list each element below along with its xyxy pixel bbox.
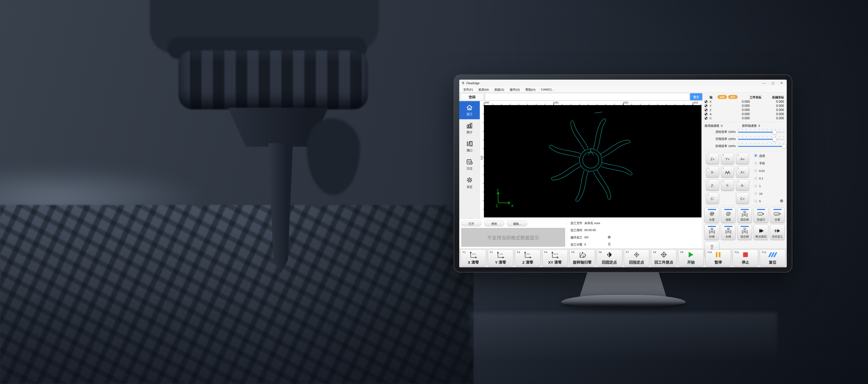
- f8-workpiece-origin-button[interactable]: F8 回工件原点: [651, 250, 677, 266]
- origin-icon: [705, 117, 710, 120]
- remove-file-button[interactable]: 移除: [484, 221, 504, 226]
- machine-value: 0.000: [750, 117, 785, 120]
- close-button[interactable]: ✕: [780, 81, 783, 85]
- sidebar-item-statistics[interactable]: 统计: [459, 119, 480, 137]
- rotary-zero-icon: A=0: [570, 251, 595, 258]
- cycle-settings-gear-icon[interactable]: [608, 235, 611, 239]
- f6-fixed-point-button[interactable]: F6 回固定点: [597, 250, 622, 266]
- work-value: 0.000: [715, 108, 750, 112]
- jog-a-minus[interactable]: 3A-: [736, 180, 749, 191]
- coord-row-y: Y 0.000 0.000: [705, 104, 785, 108]
- monitor-reflection: [469, 313, 777, 380]
- valve-icon: H: [741, 211, 748, 217]
- count-label: 加工计数: [570, 242, 582, 247]
- machine-value: 0.000: [750, 113, 785, 116]
- svg-text:XY=0: XY=0: [554, 253, 558, 255]
- slider-thumb[interactable]: [773, 130, 777, 134]
- breakpoint-resume-button[interactable]: 断点续切: [753, 225, 768, 240]
- f4-xy-zero-button[interactable]: F4 XY=0 XY 清零: [542, 250, 568, 266]
- water-pump-button[interactable]: 水泵: [705, 207, 719, 223]
- axis-letter: X: [710, 100, 715, 103]
- mode-step-0-1[interactable]: 0.1: [754, 176, 785, 181]
- water-valve-button[interactable]: W 水阀: [721, 225, 736, 240]
- high-pressure-valve-button[interactable]: H 高压阀: [737, 207, 752, 223]
- cad-canvas[interactable]: 200 201 202 203 210: [480, 101, 702, 219]
- drawing-viewport[interactable]: Y Z X: [484, 105, 702, 217]
- mode-step-10[interactable]: 10: [754, 191, 785, 196]
- menu-help[interactable]: 帮助(H): [523, 87, 538, 92]
- jog-y-minus[interactable]: 2Y-: [721, 180, 734, 191]
- jog-x-minus[interactable]: 4X-: [706, 166, 719, 178]
- axis-label-z: Z: [496, 204, 498, 208]
- jog-home[interactable]: 5: [721, 166, 734, 178]
- coord-row-x: X 0.000 0.000: [705, 100, 785, 104]
- jog-c-minus[interactable]: 0C-: [706, 193, 719, 204]
- jog-z-plus[interactable]: 7Z+: [706, 153, 719, 164]
- f12-reset-button[interactable]: F12 复位: [760, 250, 785, 266]
- jog-c-plus[interactable]: ·C+: [736, 193, 749, 204]
- menu-operation[interactable]: 操作(O): [507, 87, 523, 92]
- cycle-label: 循环加工: [570, 235, 582, 239]
- dry-run-button[interactable]: TL 空运行: [753, 207, 768, 223]
- f5-rotary-zero-button[interactable]: F5 A=0 旋转轴归零: [569, 250, 595, 266]
- jog-x-plus[interactable]: 6X+: [736, 166, 749, 178]
- sidebar-item-settings[interactable]: 设定: [459, 174, 480, 192]
- sidebar: 加工 统计 端口: [459, 101, 480, 219]
- low-pressure-valve-button[interactable]: L 低压阀: [737, 225, 752, 240]
- origin-axis-marker: Y Z X: [494, 189, 518, 209]
- radio-icon: [754, 162, 757, 165]
- edit-file-button[interactable]: 编辑...: [507, 221, 527, 226]
- sidebar-item-machining[interactable]: 加工: [459, 101, 480, 119]
- crosshair-icon: [651, 251, 676, 258]
- rotary-speed-value: 0: [758, 124, 760, 127]
- simulation-button[interactable]: SIM 仿真: [770, 207, 785, 223]
- maximize-button[interactable]: ▢: [772, 81, 774, 85]
- sidebar-item-ports[interactable]: 端口: [459, 137, 480, 156]
- nearby-machining-icon: [774, 228, 780, 234]
- abrasive-override-slider[interactable]: [738, 143, 785, 149]
- abrasive-valve-button[interactable]: A 砂阀: [705, 225, 719, 240]
- menu-file[interactable]: 文件(F): [460, 87, 476, 92]
- nearby-machining-button[interactable]: 邻近加工: [770, 225, 785, 240]
- f2-y-zero-button[interactable]: F2 Y=0 Y 清零: [488, 250, 513, 266]
- step-settings-gear-icon[interactable]: [780, 199, 783, 203]
- sidebar-item-log[interactable]: 日志: [459, 156, 480, 174]
- menu-cam[interactable]: CAM(C)...: [538, 88, 557, 91]
- slider-thumb[interactable]: [782, 144, 786, 149]
- f1-x-zero-button[interactable]: F1 X=0 X 清零: [461, 250, 486, 266]
- stop-icon: [733, 251, 758, 258]
- feed-override-slider[interactable]: [738, 129, 785, 134]
- menu-advanced[interactable]: 高级(S): [492, 87, 507, 92]
- dry-run-icon: TL: [757, 211, 765, 217]
- jog-z-minus[interactable]: 1Z-: [706, 180, 719, 191]
- ruler-horizontal: 200 201 202 203: [484, 101, 702, 105]
- menubar: 文件(F) 机床(M) 高级(S) 操作(O) 帮助(H) CAM(C)...: [459, 86, 787, 92]
- menu-machine[interactable]: 机床(M): [476, 87, 492, 92]
- axis-zero-icon: XY=0: [542, 251, 567, 258]
- mode-handwheel[interactable]: 手轮: [754, 161, 785, 165]
- mode-continuous[interactable]: 连续: [754, 153, 785, 158]
- svg-text:SIM: SIM: [775, 213, 778, 215]
- f3-z-zero-button[interactable]: F3 Z=0 Z 清零: [515, 250, 540, 266]
- titlebar: FlowEdge — ▢ ✕: [459, 79, 787, 86]
- count-reset-icon[interactable]: [608, 243, 611, 246]
- pinwheel-part-outline: [539, 109, 642, 211]
- f9-start-button[interactable]: F9 开始: [678, 250, 704, 266]
- open-file-button[interactable]: 打开: [461, 221, 482, 226]
- jog-y-plus[interactable]: 8Y+: [721, 153, 734, 164]
- rapid-override-slider[interactable]: [738, 136, 785, 141]
- jog-a-plus[interactable]: 9A+: [736, 153, 749, 164]
- slider-thumb[interactable]: [773, 137, 777, 141]
- rotary-speed-label: 旋转轴速度: [742, 124, 757, 127]
- mode-step-1[interactable]: 1: [754, 184, 785, 188]
- minimize-button[interactable]: —: [763, 81, 766, 85]
- f11-stop-button[interactable]: F11 停止: [733, 250, 758, 266]
- reset-icon: [760, 251, 785, 258]
- origin-icon: [705, 104, 710, 107]
- f10-pause-button[interactable]: F10 暂停: [706, 250, 731, 266]
- f7-specified-point-button[interactable]: F7 回指定点: [624, 250, 649, 266]
- origin-icon: [705, 108, 710, 111]
- warning-button[interactable]: 警告: [690, 93, 702, 100]
- mode-step-0-01[interactable]: 0.01: [754, 168, 785, 173]
- oil-pump-button[interactable]: 油泵: [721, 207, 736, 223]
